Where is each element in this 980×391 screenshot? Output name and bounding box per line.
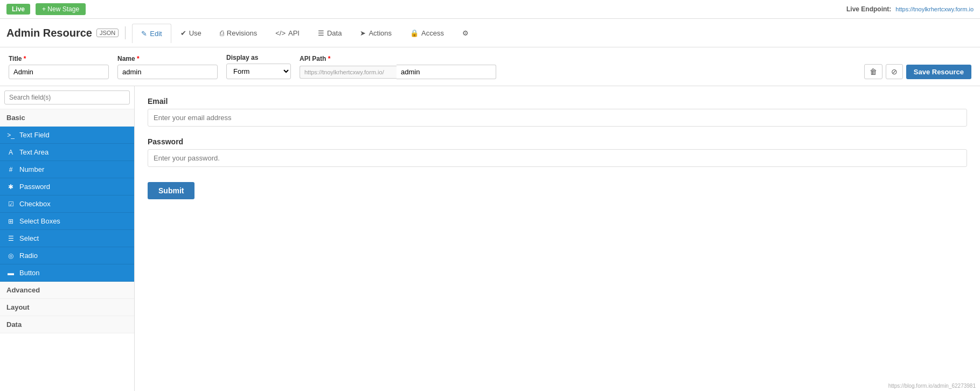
access-tab-label: Access [421, 29, 444, 37]
section-basic-header[interactable]: Basic [0, 109, 134, 127]
checkbox-label: Checkbox [19, 200, 51, 208]
top-bar: Live + New Stage Live Endpoint: https://… [0, 0, 980, 19]
actions-tab-label: Actions [369, 29, 392, 37]
tab-access[interactable]: 🔒 Access [401, 23, 453, 43]
text-area-label: Text Area [19, 148, 48, 156]
section-advanced-header[interactable]: Advanced [0, 282, 134, 299]
password-input[interactable] [148, 149, 967, 167]
number-icon: # [6, 166, 15, 173]
text-field-label: Text Field [19, 131, 50, 139]
access-tab-icon: 🔒 [410, 29, 419, 37]
password-field-label: Password [148, 137, 967, 146]
json-badge[interactable]: JSON [96, 29, 119, 37]
name-label: Name * [117, 55, 218, 62]
footer-url: https://blog.form.io/admin_62273981 [888, 383, 976, 389]
action-buttons: 🗑 ⊘ Save Resource [864, 64, 971, 79]
live-badge: Live [6, 4, 30, 15]
sidebar-item-text-field[interactable]: >_ Text Field [0, 127, 134, 144]
display-label: Display as [226, 54, 291, 61]
header-divider [125, 26, 126, 39]
password-icon: ✱ [6, 183, 15, 191]
email-input[interactable] [148, 109, 967, 127]
sidebar-item-number[interactable]: # Number [0, 161, 134, 178]
api-path-suffix-input[interactable] [397, 65, 496, 79]
top-bar-left: Live + New Stage [6, 3, 86, 15]
cancel-button[interactable]: ⊘ [886, 64, 903, 79]
form-area: Email Password Submit [135, 86, 980, 391]
title-field-group: Title * [9, 55, 109, 79]
api-path-group: https://tnoylkrhertcxwy.form.io/ [300, 65, 496, 79]
section-data-header[interactable]: Data [0, 316, 134, 333]
page-title: Admin Resource [6, 27, 92, 39]
select-boxes-label: Select Boxes [19, 217, 60, 225]
tab-revisions[interactable]: ⎙ Revisions [211, 23, 266, 43]
tab-settings[interactable]: ⚙ [453, 23, 478, 43]
text-area-icon: A [6, 149, 15, 156]
sidebar-item-button[interactable]: ▬ Button [0, 264, 134, 282]
sidebar-item-radio[interactable]: ◎ Radio [0, 247, 134, 264]
sidebar-item-select-boxes[interactable]: ⊞ Select Boxes [0, 213, 134, 230]
radio-icon: ◎ [6, 252, 15, 260]
data-tab-label: Data [327, 29, 342, 37]
tab-use[interactable]: ✔ Use [171, 23, 211, 43]
settings-tab-icon: ⚙ [462, 29, 469, 37]
sidebar-item-password[interactable]: ✱ Password [0, 178, 134, 195]
search-box [0, 86, 134, 109]
resource-config-bar: Title * Name * Display as Form Wizard PD… [0, 47, 980, 86]
button-icon: ▬ [6, 269, 15, 277]
use-tab-label: Use [189, 29, 201, 37]
title-label: Title * [9, 55, 109, 62]
api-path-prefix: https://tnoylkrhertcxwy.form.io/ [300, 66, 397, 79]
text-field-icon: >_ [6, 131, 15, 139]
top-bar-right: Live Endpoint: https://tnoylkrhertcxwy.f… [846, 5, 974, 13]
sidebar-item-select[interactable]: ☰ Select [0, 230, 134, 247]
live-endpoint-label: Live Endpoint: [846, 5, 891, 13]
edit-tab-label: Edit [150, 30, 162, 38]
api-path-label: API Path * [300, 55, 496, 62]
select-label: Select [19, 234, 39, 242]
email-field-label: Email [148, 97, 967, 106]
sidebar-item-text-area[interactable]: A Text Area [0, 144, 134, 161]
tab-actions[interactable]: ➤ Actions [351, 23, 401, 43]
api-path-field-group: API Path * https://tnoylkrhertcxwy.form.… [300, 55, 496, 79]
use-tab-icon: ✔ [180, 29, 186, 37]
display-field-group: Display as Form Wizard PDF [226, 54, 291, 79]
live-endpoint-url: https://tnoylkrhertcxwy.form.io [895, 6, 974, 12]
tab-data[interactable]: ☰ Data [309, 23, 351, 43]
new-stage-button[interactable]: + New Stage [36, 3, 86, 15]
select-boxes-icon: ⊞ [6, 218, 15, 225]
number-label: Number [19, 165, 44, 173]
api-tab-icon: </> [275, 29, 286, 37]
search-input[interactable] [4, 90, 130, 104]
sidebar-item-checkbox[interactable]: ☑ Checkbox [0, 195, 134, 213]
api-tab-label: API [288, 29, 300, 37]
radio-label: Radio [19, 252, 38, 260]
button-label: Button [19, 269, 40, 277]
select-icon: ☰ [6, 235, 15, 242]
tab-edit[interactable]: ✎ Edit [132, 24, 171, 43]
name-input[interactable] [117, 65, 218, 79]
section-layout-header[interactable]: Layout [0, 299, 134, 316]
tab-api[interactable]: </> API [266, 23, 309, 43]
tab-bar: ✎ Edit ✔ Use ⎙ Revisions </> API ☰ Data … [132, 23, 478, 43]
submit-button[interactable]: Submit [148, 182, 194, 199]
sidebar: Basic >_ Text Field A Text Area # Number… [0, 86, 135, 391]
actions-tab-icon: ➤ [360, 29, 366, 37]
password-label: Password [19, 183, 50, 191]
form-content: Email Password Submit [135, 86, 980, 210]
save-resource-button[interactable]: Save Resource [906, 65, 971, 79]
main-layout: Basic >_ Text Field A Text Area # Number… [0, 86, 980, 391]
title-input[interactable] [9, 65, 109, 79]
email-field-section: Email [148, 97, 967, 127]
display-select[interactable]: Form Wizard PDF [226, 64, 291, 79]
page-header: Admin Resource JSON ✎ Edit ✔ Use ⎙ Revis… [0, 19, 980, 47]
edit-tab-icon: ✎ [141, 30, 147, 38]
checkbox-icon: ☑ [6, 200, 15, 208]
name-field-group: Name * [117, 55, 218, 79]
revisions-tab-icon: ⎙ [220, 29, 224, 37]
revisions-tab-label: Revisions [227, 29, 257, 37]
delete-button[interactable]: 🗑 [864, 64, 882, 79]
password-field-section: Password [148, 137, 967, 167]
data-tab-icon: ☰ [318, 29, 324, 37]
